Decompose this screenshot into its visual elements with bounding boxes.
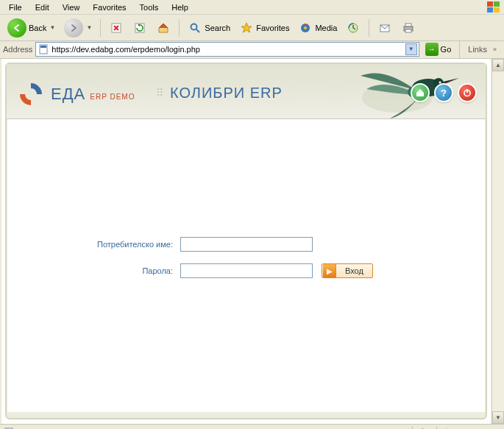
menu-tools[interactable]: Tools	[134, 1, 165, 13]
login-button-label: Вход	[336, 266, 372, 275]
svg-rect-1	[494, 1, 500, 7]
menu-file[interactable]: File	[3, 1, 28, 13]
stop-button[interactable]	[106, 19, 127, 37]
help-round-button[interactable]: ?	[434, 83, 453, 102]
go-label: Go	[441, 45, 452, 54]
menu-view[interactable]: View	[57, 1, 86, 13]
links-label[interactable]: Links	[465, 45, 490, 54]
menu-help[interactable]: Help	[166, 1, 194, 13]
home-icon	[156, 21, 171, 35]
scrollbar-track[interactable]	[492, 71, 504, 411]
search-label: Search	[205, 24, 230, 32]
favorites-icon	[239, 21, 254, 35]
svg-rect-17	[40, 46, 46, 48]
refresh-button[interactable]	[129, 19, 150, 37]
stop-icon	[109, 21, 124, 35]
media-icon	[298, 21, 313, 35]
address-dropdown-icon[interactable]: ▼	[405, 43, 417, 55]
svg-rect-0	[487, 1, 493, 7]
forward-icon	[64, 18, 83, 38]
login-arrow-icon: ▶	[323, 264, 336, 277]
forward-dropdown-icon: ▼	[86, 24, 92, 31]
svg-line-7	[196, 29, 199, 32]
header-divider: ⠿	[156, 79, 164, 107]
mail-icon	[377, 21, 392, 35]
svg-rect-13	[405, 24, 411, 26]
favorites-button[interactable]: Favorites	[236, 19, 292, 37]
brand-sub: ERP DEMO	[90, 93, 135, 101]
back-icon	[7, 18, 26, 38]
power-icon	[463, 88, 472, 97]
history-button[interactable]	[343, 19, 363, 37]
eda-logo-icon	[17, 80, 45, 108]
back-dropdown-icon: ▼	[49, 24, 55, 31]
print-icon	[401, 21, 416, 35]
svg-rect-2	[487, 7, 493, 13]
media-label: Media	[315, 24, 337, 32]
media-button[interactable]: Media	[295, 19, 340, 37]
menu-favorites[interactable]: Favorites	[87, 1, 132, 13]
separator	[100, 19, 101, 37]
password-input[interactable]	[180, 263, 313, 278]
history-icon	[346, 21, 361, 35]
address-input[interactable]	[49, 45, 405, 54]
password-label: Парола:	[7, 266, 180, 275]
print-button[interactable]	[398, 19, 419, 37]
separator	[179, 19, 180, 37]
product-title: КОЛИБРИ ERP	[170, 85, 283, 102]
svg-rect-3	[494, 7, 500, 13]
home-button[interactable]	[153, 19, 174, 37]
svg-point-6	[191, 24, 197, 29]
links-chevron-icon[interactable]: »	[493, 46, 501, 53]
menu-edit[interactable]: Edit	[29, 1, 55, 13]
scroll-down-icon[interactable]: ▼	[492, 411, 504, 424]
vertical-scrollbar[interactable]: ▲ ▼	[491, 59, 504, 424]
question-icon: ?	[441, 88, 447, 99]
home-icon	[415, 88, 425, 98]
home-round-button[interactable]	[411, 83, 430, 102]
svg-point-9	[304, 26, 307, 29]
svg-point-10	[305, 24, 307, 26]
svg-rect-15	[405, 29, 411, 32]
search-button[interactable]: Search	[185, 19, 233, 37]
scroll-up-icon[interactable]: ▲	[492, 59, 504, 71]
mail-button[interactable]	[375, 19, 395, 37]
address-box[interactable]: ▼	[35, 42, 419, 57]
address-label: Address	[3, 45, 32, 54]
page-icon	[38, 43, 49, 55]
brand-main: ЕДА	[51, 85, 85, 104]
separator	[459, 40, 460, 58]
power-round-button[interactable]	[458, 83, 477, 102]
back-button[interactable]: Back ▼	[4, 17, 58, 39]
refresh-icon	[132, 21, 147, 35]
go-button[interactable]: → Go	[422, 42, 455, 57]
windows-flag-icon	[486, 1, 501, 13]
go-icon: →	[425, 43, 439, 56]
separator	[369, 19, 369, 37]
username-label: Потребителско име:	[7, 240, 180, 249]
search-icon	[188, 21, 202, 35]
back-label: Back	[29, 24, 46, 32]
login-button[interactable]: ▶ Вход	[322, 263, 373, 278]
favorites-label: Favorites	[256, 24, 289, 32]
forward-button[interactable]: ▼	[61, 17, 95, 39]
username-input[interactable]	[180, 237, 313, 252]
